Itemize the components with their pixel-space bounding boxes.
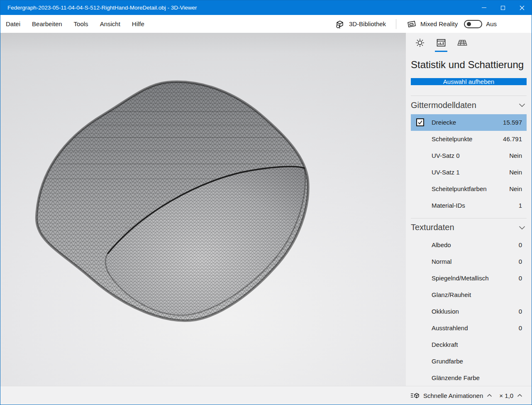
main-area: Statistik und Schattierung Auswahl aufhe…	[0, 33, 532, 386]
deselect-button[interactable]: Auswahl aufheben	[411, 78, 527, 85]
table-row-material-ids[interactable]: Material-IDs 1	[411, 197, 527, 214]
row-label: Scheitelpunkte	[432, 135, 472, 142]
row-label: Okklusion	[432, 308, 459, 315]
row-label: Scheitelpunktfarben	[432, 185, 487, 192]
stats-chart-icon	[436, 38, 446, 48]
row-label: Dreiecke	[432, 119, 456, 126]
table-row-glanz-rauheit[interactable]: Glanz/Rauheit	[411, 286, 527, 303]
speed-label: × 1,0	[499, 392, 513, 399]
row-label: Spiegelnd/Metallisch	[432, 275, 489, 282]
row-value: 1	[519, 202, 522, 209]
section-header-texture-data[interactable]: Texturdaten	[411, 218, 527, 236]
row-value: 0	[519, 258, 522, 265]
panel-title: Statistik und Schattierung	[411, 59, 527, 71]
row-value: 0	[519, 308, 522, 315]
mesh-data-rows: Dreiecke 15.597 Scheitelpunkte 46.791 UV…	[411, 114, 527, 214]
table-row-albedo[interactable]: Albedo 0	[411, 236, 527, 253]
menu-bearbeiten[interactable]: Bearbeiten	[26, 15, 68, 33]
table-row-uv-satz-0[interactable]: UV-Satz 0 Nein	[411, 147, 527, 164]
chevron-down-icon[interactable]	[518, 225, 526, 231]
maximize-icon	[501, 6, 505, 10]
checkmark-icon	[417, 120, 423, 125]
table-row-spiegelnd-metallisch[interactable]: Spiegelnd/Metallisch 0	[411, 270, 527, 286]
table-row-scheitelpunktfarben[interactable]: Scheitelpunktfarben Nein	[411, 181, 527, 197]
window-title: Federgraph-2023-05-11-04-04-S-512-RightH…	[0, 5, 197, 11]
viewport[interactable]	[0, 33, 406, 386]
active-tab-underline	[435, 51, 447, 52]
bottom-toolbar: Schnelle Animationen × 1,0	[0, 386, 532, 405]
mixed-reality-label: Mixed Reality	[420, 20, 458, 27]
animations-control[interactable]: Schnelle Animationen	[408, 390, 494, 401]
sidebar-panel: Statistik und Schattierung Auswahl aufhe…	[406, 33, 532, 386]
titlebar: Federgraph-2023-05-11-04-04-S-512-RightH…	[0, 0, 532, 15]
animation-cube-icon	[410, 391, 420, 400]
menubar: Datei Bearbeiten Tools Ansicht Hilfe 3D-…	[0, 15, 532, 33]
section-title: Gittermodelldaten	[411, 101, 476, 110]
section-title: Texturdaten	[411, 223, 454, 232]
mixed-reality-toggle[interactable]	[464, 20, 482, 28]
tab-environment[interactable]	[414, 38, 426, 52]
close-icon	[520, 5, 525, 10]
sun-icon	[415, 38, 425, 48]
table-row-scheitelpunkte[interactable]: Scheitelpunkte 46.791	[411, 131, 527, 147]
table-row-grundfarbe[interactable]: Grundfarbe	[411, 353, 527, 369]
maximize-button[interactable]	[493, 0, 512, 15]
checkbox-checked[interactable]	[416, 118, 424, 126]
row-label: UV-Satz 0	[432, 152, 460, 159]
menu-ansicht[interactable]: Ansicht	[94, 15, 126, 33]
row-label: Grundfarbe	[432, 358, 463, 365]
section-header-mesh-data[interactable]: Gittermodelldaten	[411, 96, 527, 114]
speed-control[interactable]: × 1,0	[498, 391, 525, 400]
table-row-uv-satz-1[interactable]: UV-Satz 1 Nein	[411, 164, 527, 181]
row-label: Normal	[432, 258, 451, 265]
tab-underline	[456, 51, 469, 52]
row-value: 0	[519, 275, 522, 282]
row-value: 15.597	[503, 119, 522, 126]
table-row-deckkraft[interactable]: Deckkraft	[411, 336, 527, 353]
3d-library-label: 3D-Bibliothek	[349, 20, 386, 27]
row-label: Glanz/Rauheit	[432, 291, 471, 298]
chevron-up-icon[interactable]	[517, 393, 523, 398]
row-label: Ausstrahlend	[432, 324, 468, 331]
texture-data-rows: Albedo 0 Normal 0 Spiegelnd/Metallisch 0…	[411, 236, 527, 386]
chevron-down-icon[interactable]	[518, 102, 526, 108]
row-label: Material-IDs	[432, 202, 465, 209]
3d-model-wireframe[interactable]	[0, 33, 406, 386]
3d-library-button[interactable]: 3D-Bibliothek	[332, 17, 388, 31]
tab-underline	[414, 51, 426, 52]
row-value: 0	[519, 324, 522, 331]
table-row-okklusion[interactable]: Okklusion 0	[411, 303, 527, 319]
3d-library-cube-icon	[335, 19, 345, 29]
tab-statistics[interactable]	[435, 38, 447, 52]
row-value: 0	[519, 241, 522, 248]
row-label: Albedo	[432, 241, 451, 248]
menubar-right: 3D-Bibliothek Mixed Reality Aus	[332, 17, 532, 31]
row-value: Nein	[509, 169, 522, 176]
chevron-up-icon[interactable]	[486, 393, 493, 398]
row-value: Nein	[509, 152, 522, 159]
menu-hilfe[interactable]: Hilfe	[126, 15, 150, 33]
menu-tools[interactable]: Tools	[68, 15, 94, 33]
animations-label: Schnelle Animationen	[423, 392, 483, 399]
mixed-reality-icon	[406, 20, 417, 29]
menu-datei[interactable]: Datei	[0, 15, 26, 33]
grid-plane-icon	[457, 38, 468, 48]
table-row-normal[interactable]: Normal 0	[411, 253, 527, 270]
row-label: UV-Satz 1	[432, 169, 460, 176]
mixed-reality-state: Aus	[486, 20, 497, 27]
table-row-dreiecke[interactable]: Dreiecke 15.597	[411, 114, 527, 131]
close-button[interactable]	[512, 0, 532, 15]
table-row-glaenzende-farbe[interactable]: Glänzende Farbe	[411, 369, 527, 386]
row-label: Glänzende Farbe	[432, 374, 480, 381]
table-row-ausstrahlend[interactable]: Ausstrahlend 0	[411, 319, 527, 336]
sidebar-tabs	[411, 38, 527, 52]
minimize-button[interactable]	[474, 0, 493, 15]
row-label: Deckkraft	[432, 341, 458, 348]
menubar-separator	[396, 19, 396, 29]
tab-grid[interactable]	[456, 38, 469, 52]
window-controls	[474, 0, 532, 15]
row-value: 46.791	[503, 135, 522, 142]
app-window: Federgraph-2023-05-11-04-04-S-512-RightH…	[0, 0, 532, 405]
minimize-icon	[482, 7, 486, 8]
row-value: Nein	[509, 185, 522, 192]
